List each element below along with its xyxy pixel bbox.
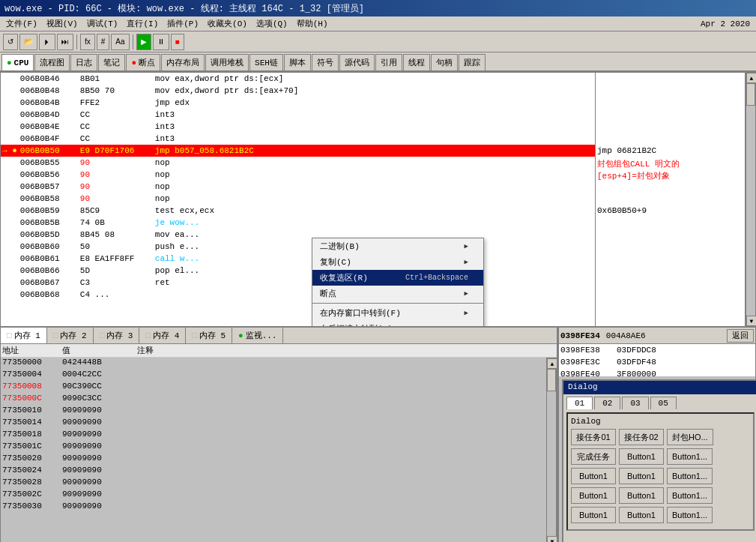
table-row[interactable]: 006B0B55 90 nop	[1, 157, 595, 169]
ctx-restore-selection[interactable]: 收复选区(R) Ctrl+Backspace	[312, 270, 483, 286]
menu-debug[interactable]: 调试(T)	[84, 18, 121, 29]
table-row[interactable]: 006B0B66 5D pop el...	[1, 265, 595, 277]
table-row[interactable]: 006B0B56 90 nop	[1, 169, 595, 181]
menu-help[interactable]: 帮助(H)	[294, 18, 331, 29]
ctx-goto-mem[interactable]: 在内存窗口中转到(F) ▶	[312, 305, 483, 321]
mem-tab-1[interactable]: □ 内存 1	[1, 328, 47, 343]
tab-script[interactable]: 脚本	[284, 54, 311, 70]
mem-tab-2[interactable]: □ 内存 2	[47, 328, 94, 343]
btn-button1-r2b[interactable]: Button1...	[667, 448, 713, 465]
btn-button1-r4b[interactable]: Button1	[619, 487, 664, 504]
btn-accept-task01[interactable]: 接任务01	[571, 429, 616, 445]
tab-memlayout[interactable]: 内存布局	[161, 54, 205, 70]
scroll-thumb[interactable]	[746, 83, 755, 106]
mem-row[interactable]: 7735001C 90909090	[1, 442, 546, 454]
btn-button1-r5b[interactable]: Button1	[619, 507, 664, 523]
menu-fav[interactable]: 收藏夹(O)	[205, 18, 250, 29]
scroll-down-btn[interactable]: ▼	[746, 316, 756, 326]
tab-handles[interactable]: 句柄	[431, 54, 458, 70]
mem-tab-4[interactable]: □ 内存 4	[139, 328, 186, 343]
menu-options[interactable]: 选项(Q)	[253, 18, 291, 29]
mem-row[interactable]: 77350030 90909090	[1, 502, 546, 514]
mem-row[interactable]: 77350010 90909090	[1, 406, 546, 418]
ctx-copy[interactable]: 复制(C) ▶	[312, 254, 483, 270]
table-row[interactable]: 006B0B67 C3 ret	[1, 277, 595, 289]
stack-row[interactable]: 0398FE40 3F800000	[560, 370, 754, 376]
dialog-tab-01[interactable]: 01	[566, 397, 593, 409]
mem-row[interactable]: 77350014 90909090	[1, 418, 546, 430]
tab-callstack[interactable]: 调用堆栈	[205, 54, 249, 70]
table-row[interactable]: 006B0B5D 8B45 08 mov ea...	[1, 229, 595, 241]
btn-button1-r4c[interactable]: Button1...	[667, 487, 713, 504]
table-row[interactable]: 006B0B59 85C9 test ecx,ecx	[1, 205, 595, 217]
mem-row[interactable]: 77350028 90909090	[1, 478, 546, 490]
stack-row[interactable]: 0398FE3C 03DFDF48	[560, 358, 754, 370]
return-button[interactable]: 返回	[727, 329, 754, 343]
mem-scroll-down[interactable]: ▼	[547, 536, 557, 542]
toolbar-open[interactable]: 📂	[19, 34, 37, 50]
table-row[interactable]: 006B0B4B FFE2 jmp edx	[1, 97, 595, 109]
tab-source[interactable]: 源代码	[339, 54, 375, 70]
menu-plugin[interactable]: 插件(P)	[164, 18, 202, 29]
toolbar-hash[interactable]: #	[97, 34, 110, 50]
menu-view[interactable]: 视图(V)	[43, 18, 81, 29]
table-row[interactable]: 006B0B48 8B50 70 mov edx,dword ptr ds:[e…	[1, 85, 595, 97]
mem-row[interactable]: 77350020 90909090	[1, 454, 546, 466]
table-row[interactable]: 006B0B5B 74 0B je wow...	[1, 217, 595, 229]
table-row[interactable]: 006B0B4E CC int3	[1, 121, 595, 133]
tab-ref[interactable]: 引用	[375, 54, 402, 70]
toolbar-stop[interactable]: ■	[171, 34, 184, 50]
tab-symbol[interactable]: 符号	[312, 54, 339, 70]
mem-scroll-up[interactable]: ▲	[547, 358, 557, 369]
code-scrollbar[interactable]: ▲ ▼	[746, 72, 756, 327]
ctx-goto-disasm[interactable]: 在反汇编中转到(F) ▶	[312, 321, 483, 327]
mem-tab-3[interactable]: □ 内存 3	[94, 328, 140, 343]
btn-complete-task[interactable]: 完成任务	[571, 448, 616, 465]
menu-run[interactable]: 直行(I)	[124, 18, 161, 29]
toolbar-aa[interactable]: Aa	[111, 34, 129, 50]
table-row[interactable]: 006B0B68 C4 ...	[1, 289, 595, 301]
tab-flowchart[interactable]: 流程图	[34, 54, 70, 70]
table-row-current[interactable]: → ● 006B0B50 E9 D70F1706 jmp b057_058.68…	[1, 145, 595, 157]
mem-row[interactable]: 77350000 0424448B	[1, 358, 546, 370]
toolbar-step-over[interactable]: ⏭	[57, 34, 73, 50]
tab-notes[interactable]: 笔记	[98, 54, 125, 70]
btn-button1-r3a[interactable]: Button1	[571, 468, 616, 484]
btn-accept-task02[interactable]: 接任务02	[619, 429, 664, 445]
btn-button1-r5c[interactable]: Button1...	[667, 507, 713, 523]
mem-row[interactable]: 77350008 90C390CC	[1, 382, 546, 394]
mem-row[interactable]: 77350004 0004C2CC	[1, 370, 546, 382]
mem-row[interactable]: 7735002C 90909090	[1, 490, 546, 502]
table-row[interactable]: 006B0B58 90 nop	[1, 193, 595, 205]
menu-file[interactable]: 文件(F)	[3, 18, 40, 29]
btn-button1-r3b[interactable]: Button1	[619, 468, 664, 484]
mem-row[interactable]: 7735000C 9090C3CC	[1, 394, 546, 406]
tab-seh[interactable]: SEH链	[250, 54, 283, 70]
dialog-tab-05[interactable]: 05	[650, 397, 677, 409]
mem-tab-5[interactable]: □ 内存 5	[186, 328, 232, 343]
toolbar-run[interactable]: ▶	[136, 34, 151, 50]
ctx-breakpoint[interactable]: 断点 ▶	[312, 286, 483, 301]
tab-log[interactable]: 日志	[70, 54, 97, 70]
mem-scroll-thumb[interactable]	[547, 369, 556, 391]
stack-row[interactable]: 0398FE38 03DFDDC8	[560, 346, 754, 358]
tab-trace[interactable]: 跟踪	[459, 54, 486, 70]
toolbar-step-in[interactable]: ⏵	[39, 34, 55, 50]
btn-button1-r3c[interactable]: Button1...	[667, 468, 713, 484]
dialog-tab-02[interactable]: 02	[594, 397, 620, 409]
tab-threads[interactable]: 线程	[403, 54, 430, 70]
table-row[interactable]: 006B0B60 50 push e...	[1, 241, 595, 253]
btn-packet-ho[interactable]: 封包HO...	[667, 429, 713, 445]
table-row[interactable]: 006B0B61 E8 EA1FF8FF call w...	[1, 253, 595, 265]
mem-tab-watch[interactable]: ● 监视...	[232, 328, 283, 343]
toolbar-restart[interactable]: ↺	[3, 34, 18, 50]
table-row[interactable]: 006B0B46 8B01 mov eax,dword ptr ds:[ecx]	[1, 73, 595, 85]
btn-button1-r5a[interactable]: Button1	[571, 507, 616, 523]
toolbar-pause[interactable]: ⏸	[153, 34, 169, 50]
table-row[interactable]: 006B0B4F CC int3	[1, 133, 595, 145]
tab-breakpoints[interactable]: ● 断点	[126, 54, 160, 70]
tab-cpu[interactable]: ● CPU	[1, 54, 34, 70]
toolbar-fx[interactable]: fx	[80, 34, 95, 50]
mem-row[interactable]: 77350024 90909090	[1, 466, 546, 478]
btn-button1-r2[interactable]: Button1	[619, 448, 664, 465]
